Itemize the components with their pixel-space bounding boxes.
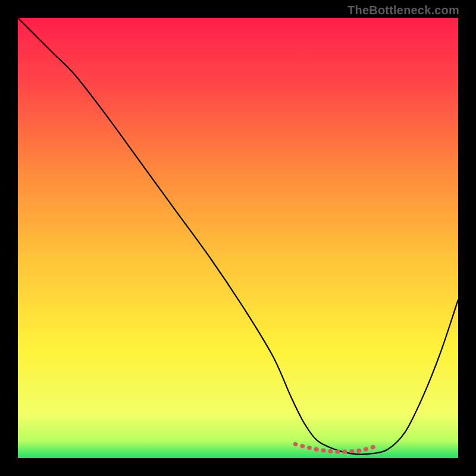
watermark-text: TheBottleneck.com (347, 4, 459, 17)
plot-area (18, 18, 458, 458)
chart-frame: TheBottleneck.com (0, 0, 476, 476)
chart-svg (18, 18, 458, 458)
gradient-background (18, 18, 458, 458)
